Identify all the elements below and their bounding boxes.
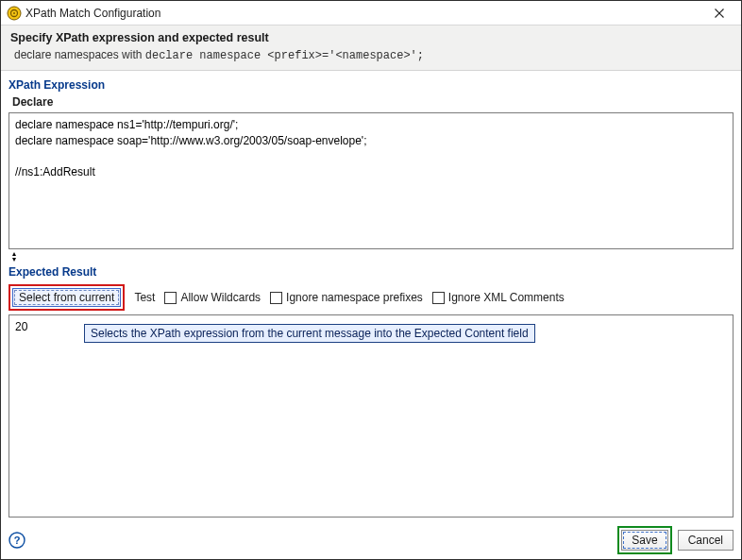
cancel-button[interactable]: Cancel bbox=[678, 530, 734, 551]
xpath-match-config-window: XPath Match Configuration Specify XPath … bbox=[0, 0, 742, 560]
splitter-handle[interactable] bbox=[8, 250, 734, 263]
help-button[interactable]: ? bbox=[8, 532, 25, 549]
ignore-xml-comments-label: Ignore XML Comments bbox=[448, 291, 565, 304]
xpath-section-title: XPath Expression bbox=[8, 78, 734, 92]
titlebar: XPath Match Configuration bbox=[1, 1, 741, 25]
expected-result-section: Expected Result Select from current Test… bbox=[8, 263, 734, 518]
select-from-current-button[interactable]: Select from current bbox=[12, 288, 121, 307]
test-link[interactable]: Test bbox=[134, 291, 155, 304]
checkbox-icon bbox=[270, 292, 282, 304]
svg-marker-6 bbox=[12, 258, 16, 262]
allow-wildcards-label: Allow Wildcards bbox=[180, 291, 261, 304]
header-sub-prefix: declare namespaces with bbox=[14, 48, 145, 61]
footer: ? Save Cancel bbox=[1, 523, 741, 559]
allow-wildcards-checkbox[interactable]: Allow Wildcards bbox=[164, 291, 261, 304]
expected-toolbar: Select from current Test Allow Wildcards… bbox=[8, 284, 734, 311]
declare-label: Declare bbox=[12, 95, 734, 109]
window-title: XPath Match Configuration bbox=[22, 7, 703, 20]
close-icon bbox=[715, 8, 724, 18]
select-from-current-highlight: Select from current bbox=[8, 284, 125, 311]
checkbox-icon bbox=[164, 292, 177, 304]
help-icon: ? bbox=[8, 532, 25, 549]
expected-section-title: Expected Result bbox=[8, 265, 734, 279]
chevron-up-down-icon bbox=[8, 252, 27, 262]
content-area: XPath Expression Declare Expected Result… bbox=[1, 71, 741, 523]
svg-text:?: ? bbox=[14, 535, 21, 546]
save-button[interactable]: Save bbox=[621, 530, 667, 551]
ignore-namespace-prefixes-checkbox[interactable]: Ignore namespace prefixes bbox=[270, 291, 423, 304]
select-from-current-tooltip: Selects the XPath expression from the cu… bbox=[84, 324, 535, 343]
header-sub-mono: declare namespace <prefix>='<namespace>'… bbox=[145, 49, 424, 62]
xpath-expression-textarea[interactable] bbox=[8, 112, 734, 249]
checkbox-icon bbox=[432, 292, 445, 304]
header: Specify XPath expression and expected re… bbox=[1, 25, 741, 71]
header-sub-text: declare namespaces with declare namespac… bbox=[10, 48, 732, 62]
svg-marker-5 bbox=[12, 252, 16, 256]
svg-point-2 bbox=[13, 12, 15, 14]
header-main-text: Specify XPath expression and expected re… bbox=[10, 31, 732, 44]
ignore-namespace-label: Ignore namespace prefixes bbox=[286, 291, 423, 304]
ignore-xml-comments-checkbox[interactable]: Ignore XML Comments bbox=[432, 291, 565, 304]
expected-result-textarea[interactable] bbox=[8, 314, 734, 518]
xpath-section: XPath Expression Declare bbox=[8, 76, 734, 249]
close-button[interactable] bbox=[703, 1, 735, 25]
app-icon bbox=[7, 6, 22, 21]
save-button-highlight: Save bbox=[617, 526, 671, 554]
